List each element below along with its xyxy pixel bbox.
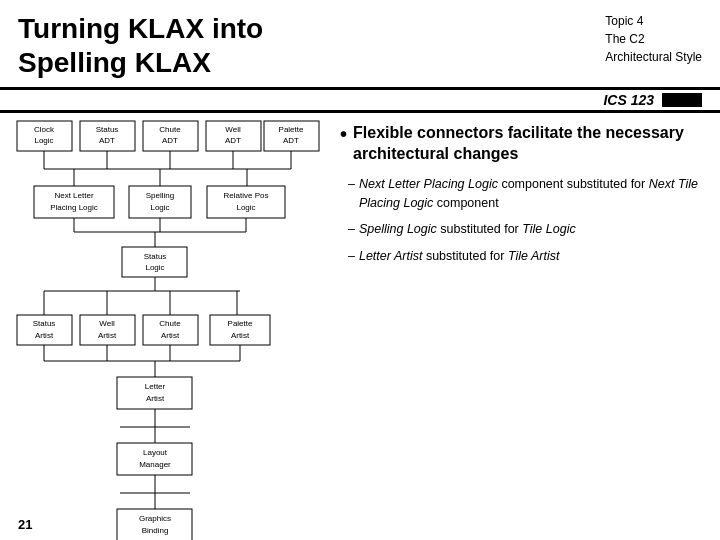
dash-3: – [348, 247, 355, 266]
text-panel: • Flexible connectors facilitate the nec… [322, 119, 708, 540]
sub-bullet-3: – Letter Artist substituted for Tile Art… [348, 247, 708, 266]
sub-bullet-1-text: Next Letter Placing Logic component subs… [359, 175, 708, 213]
svg-text:Status: Status [33, 319, 56, 328]
svg-text:Logic: Logic [34, 136, 53, 145]
content: Clock Logic Status ADT Chute ADT Well AD… [0, 119, 720, 540]
svg-text:Manager: Manager [139, 460, 171, 469]
main-title: Turning KLAX into Spelling KLAX [18, 12, 263, 79]
svg-text:Binding: Binding [142, 526, 169, 535]
svg-text:ADT: ADT [283, 136, 299, 145]
svg-text:Well: Well [99, 319, 115, 328]
svg-text:Clock: Clock [34, 125, 55, 134]
svg-text:ADT: ADT [99, 136, 115, 145]
sub-bullet-1: – Next Letter Placing Logic component su… [348, 175, 708, 213]
sub-bullet-2: – Spelling Logic substituted for Tile Lo… [348, 220, 708, 239]
dash-2: – [348, 220, 355, 239]
svg-text:Palette: Palette [279, 125, 304, 134]
svg-text:Letter: Letter [145, 382, 166, 391]
svg-text:Palette: Palette [228, 319, 253, 328]
sub-bullets: – Next Letter Placing Logic component su… [348, 175, 708, 266]
main-bullet: • Flexible connectors facilitate the nec… [340, 123, 708, 165]
ics-bar: ICS 123 [0, 87, 720, 113]
svg-text:Logic: Logic [145, 263, 164, 272]
svg-text:Chute: Chute [159, 125, 181, 134]
svg-text:Artist: Artist [146, 394, 165, 403]
bullet-dot: • [340, 123, 347, 165]
svg-text:ADT: ADT [225, 136, 241, 145]
bullet-main-text: Flexible connectors facilitate the neces… [353, 123, 708, 165]
dash-1: – [348, 175, 355, 213]
svg-text:Artist: Artist [35, 331, 54, 340]
svg-text:Status: Status [144, 252, 167, 261]
svg-text:ADT: ADT [162, 136, 178, 145]
svg-text:Layout: Layout [143, 448, 168, 457]
svg-text:Artist: Artist [231, 331, 250, 340]
svg-text:Placing Logic: Placing Logic [50, 203, 98, 212]
sub-bullet-3-text: Letter Artist substituted for Tile Artis… [359, 247, 559, 266]
svg-text:Relative Pos: Relative Pos [224, 191, 269, 200]
header: Turning KLAX into Spelling KLAX Topic 4 … [0, 0, 720, 87]
svg-text:Status: Status [96, 125, 119, 134]
svg-text:Logic: Logic [150, 203, 169, 212]
svg-text:Logic: Logic [236, 203, 255, 212]
svg-text:Spelling: Spelling [146, 191, 174, 200]
topic-block: Topic 4 The C2 Architectural Style [605, 12, 702, 66]
svg-text:Graphics: Graphics [139, 514, 171, 523]
svg-text:Artist: Artist [98, 331, 117, 340]
sub-bullet-2-text: Spelling Logic substituted for Tile Logi… [359, 220, 576, 239]
svg-text:Next Letter: Next Letter [54, 191, 93, 200]
ics-label: ICS 123 [603, 92, 654, 108]
svg-text:Artist: Artist [161, 331, 180, 340]
svg-text:Well: Well [225, 125, 241, 134]
svg-text:Chute: Chute [159, 319, 181, 328]
page-number: 21 [18, 517, 32, 532]
diagram: Clock Logic Status ADT Chute ADT Well AD… [12, 119, 322, 540]
